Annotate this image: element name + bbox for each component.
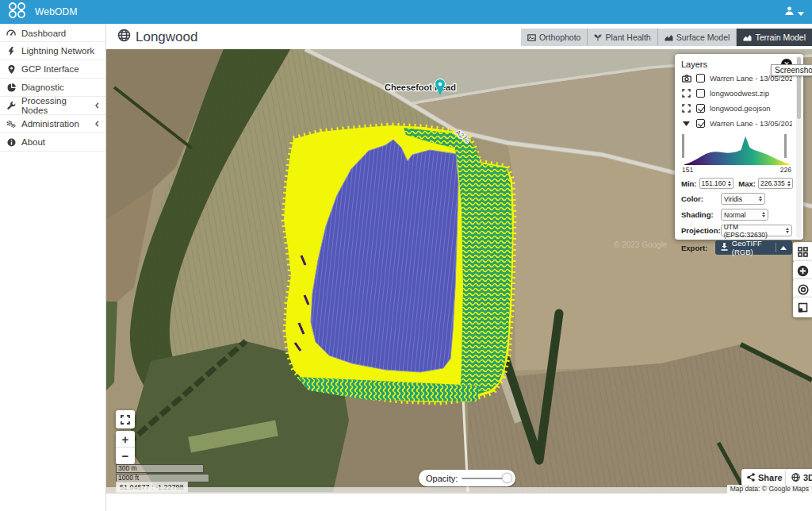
crop-icon: [798, 302, 808, 313]
shading-label: Shading:: [681, 210, 721, 219]
histogram-min-handle[interactable]: [682, 134, 684, 158]
layer-checkbox[interactable]: [696, 89, 705, 98]
download-icon: [721, 243, 728, 252]
histogram-chart: [684, 133, 789, 165]
projection-select[interactable]: UTM (EPSG:32630): [721, 225, 792, 236]
layer-checkbox[interactable]: [696, 74, 705, 83]
max-value: 226.335: [760, 179, 785, 187]
sidebar: DashboardLightning NetworkGCP InterfaceD…: [0, 24, 106, 511]
pie-chart-icon: [6, 83, 16, 92]
fullscreen-icon: [121, 415, 130, 425]
spinner-icon[interactable]: [787, 181, 791, 186]
spinner-icon[interactable]: [728, 181, 731, 186]
page-title-text: Longwood: [136, 29, 197, 45]
grid-icon: [798, 247, 808, 257]
brand-name: WebODM: [35, 6, 78, 17]
caret-up-icon[interactable]: [780, 246, 787, 250]
min-value: 151.160: [702, 179, 726, 187]
export-geotiff-button[interactable]: GeoTIFF (RGB): [715, 240, 792, 255]
gears-icon: [6, 120, 16, 129]
user-icon: [784, 5, 795, 19]
caret-down-icon: [798, 5, 804, 19]
layers-panel-title: Layers: [681, 60, 707, 69]
model-tabs: OrthophotoPlant HealthSurface ModelTerra…: [521, 29, 812, 46]
tachometer-icon: [6, 29, 16, 37]
color-value: Viridis: [724, 195, 742, 203]
plus-circle-icon: [797, 265, 809, 277]
projection-value: UTM (EPSG:32630): [724, 223, 783, 239]
min-label: Min:: [681, 179, 697, 188]
leaf-icon: [594, 33, 602, 41]
user-menu[interactable]: [784, 5, 804, 19]
layer-checkbox[interactable]: [696, 104, 705, 113]
camera-icon[interactable]: [681, 75, 691, 83]
select-arrows-icon: [759, 196, 762, 202]
webodm-logo-icon: [8, 2, 29, 21]
tab-label: Plant Health: [605, 33, 650, 42]
globe-icon: [791, 473, 800, 482]
layer-label: longwood.geojson: [710, 104, 771, 113]
layers-grid-button[interactable]: [793, 242, 812, 262]
sidebar-item-label: Diagnostic: [21, 83, 64, 92]
dtm-overlay: [284, 125, 514, 402]
map-canvas[interactable]: © 2023 Google © 2023 Google © 2023 Googl…: [106, 49, 812, 494]
expand-icon[interactable]: [681, 104, 691, 113]
opacity-label: Opacity:: [426, 474, 458, 483]
chevron-left-icon: [95, 101, 99, 110]
sidebar-item-about[interactable]: About: [0, 133, 105, 152]
tab-label: Orthophoto: [539, 33, 581, 42]
share-button[interactable]: Share: [741, 469, 788, 486]
tab-label: Terrain Model: [755, 33, 806, 42]
contours-button[interactable]: [793, 279, 812, 299]
sidebar-item-label: About: [21, 137, 45, 147]
map-attribution: Map data: © Google Maps: [727, 485, 812, 494]
add-button[interactable]: [793, 261, 812, 281]
histogram-max-handle[interactable]: [784, 134, 787, 158]
sidebar-item-administration[interactable]: Administration: [0, 115, 105, 133]
shading-select[interactable]: Normal: [721, 209, 768, 221]
zoom-control: + −: [116, 431, 135, 464]
sidebar-item-label: Administration: [21, 119, 79, 129]
wrench-icon: [6, 102, 16, 110]
color-select[interactable]: Viridis: [721, 193, 765, 205]
layers-panel: Layers ✕ Warren Lane - 13/05/2023 (Camer…: [675, 54, 803, 240]
sidebar-item-dashboard[interactable]: Dashboard: [0, 24, 105, 42]
opacity-control: Opacity:: [419, 470, 515, 486]
image-icon: [527, 34, 536, 41]
layer-row: longwoodwest.zip: [681, 86, 792, 100]
max-label: Max:: [738, 179, 756, 188]
panel-scrollbar[interactable]: [796, 56, 802, 238]
export-label: Export:: [681, 244, 709, 252]
layer-row: longwood.geojson: [681, 102, 792, 115]
zoom-out-button[interactable]: −: [116, 448, 135, 464]
fullscreen-button[interactable]: [116, 410, 135, 428]
google-watermark: © 2023 Google: [614, 240, 668, 249]
info-circle-icon: [6, 138, 16, 147]
min-input[interactable]: 151.160: [699, 178, 734, 189]
tab-terrain-model[interactable]: Terrain Model: [737, 29, 812, 46]
sidebar-item-gcp-interface[interactable]: GCP Interface: [0, 60, 105, 79]
expand-icon[interactable]: [681, 89, 691, 98]
zoom-in-button[interactable]: +: [116, 431, 135, 448]
tab-surface-model[interactable]: Surface Model: [658, 29, 737, 46]
opacity-slider[interactable]: [462, 478, 512, 479]
sidebar-item-diagnostic[interactable]: Diagnostic: [0, 79, 105, 97]
sidebar-item-processing-nodes[interactable]: Processing Nodes: [0, 97, 105, 115]
scale-bar-metric: 300 m: [116, 464, 204, 473]
shading-value: Normal: [724, 211, 745, 219]
sidebar-item-label: Dashboard: [21, 29, 66, 38]
globe-icon: [117, 29, 131, 46]
attribution-strip: [106, 487, 812, 494]
sidebar-item-lightning-network[interactable]: Lightning Network: [0, 42, 105, 60]
area-chart-icon: [743, 34, 752, 41]
tab-plant-health[interactable]: Plant Health: [588, 29, 657, 46]
max-input[interactable]: 226.335: [758, 178, 793, 189]
layer-checkbox[interactable]: [696, 119, 705, 128]
bolt-icon: [6, 47, 16, 56]
select-arrows-icon: [762, 212, 765, 217]
threed-button[interactable]: 3D: [786, 469, 812, 486]
tab-orthophoto[interactable]: Orthophoto: [521, 29, 588, 46]
caret-down-icon[interactable]: [681, 121, 691, 126]
select-arrows-icon: [786, 228, 789, 233]
crop-export-button[interactable]: [793, 298, 812, 317]
